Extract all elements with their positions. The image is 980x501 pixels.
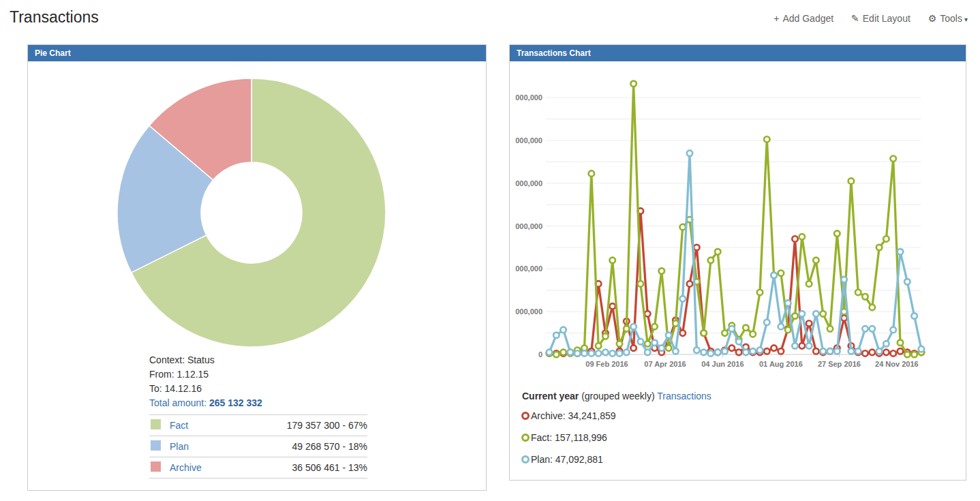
data-point-archive[interactable] [680, 330, 686, 335]
data-point-fact[interactable] [764, 136, 769, 142]
tools-menu-button[interactable]: ⚙Tools▾ [928, 13, 968, 24]
data-point-plan[interactable] [715, 350, 720, 355]
data-point-fact[interactable] [870, 305, 875, 310]
data-point-fact[interactable] [602, 333, 608, 339]
data-point-plan[interactable] [834, 348, 840, 354]
data-point-fact[interactable] [589, 170, 594, 176]
data-point-plan[interactable] [694, 348, 699, 353]
data-point-fact[interactable] [666, 345, 671, 350]
data-point-archive[interactable] [778, 348, 784, 354]
data-point-plan[interactable] [624, 350, 629, 355]
data-point-fact[interactable] [806, 281, 812, 286]
data-point-plan[interactable] [575, 350, 580, 356]
data-point-archive[interactable] [630, 345, 636, 350]
data-point-fact[interactable] [560, 350, 566, 355]
data-point-fact[interactable] [553, 352, 559, 357]
data-point-plan[interactable] [848, 348, 854, 354]
data-point-fact[interactable] [743, 325, 748, 331]
data-point-plan[interactable] [792, 343, 797, 348]
data-point-archive[interactable] [729, 345, 735, 350]
data-point-plan[interactable] [680, 296, 686, 301]
pie-legend-label-link[interactable]: Archive [170, 462, 202, 473]
data-point-fact[interactable] [883, 236, 889, 241]
data-point-plan[interactable] [666, 333, 671, 338]
data-point-fact[interactable] [792, 313, 797, 318]
data-point-fact[interactable] [821, 311, 826, 316]
data-point-fact[interactable] [617, 341, 622, 346]
data-point-fact[interactable] [750, 331, 756, 337]
data-point-archive[interactable] [771, 345, 776, 350]
data-point-fact[interactable] [834, 230, 840, 236]
data-point-fact[interactable] [785, 327, 791, 333]
data-point-fact[interactable] [855, 290, 861, 295]
transactions-line-chart[interactable]: 02,000,0004,000,0006,000,0008,000,00010,… [515, 69, 965, 379]
data-point-plan[interactable] [827, 348, 833, 354]
transactions-link[interactable]: Transactions [657, 391, 711, 401]
data-point-fact[interactable] [652, 324, 657, 329]
data-point-plan[interactable] [708, 350, 714, 356]
pie-legend-label-link[interactable]: Plan [170, 441, 189, 452]
data-point-archive[interactable] [736, 350, 741, 355]
data-point-fact[interactable] [904, 352, 910, 357]
data-point-plan[interactable] [617, 350, 622, 356]
data-point-archive[interactable] [870, 350, 875, 355]
data-point-plan[interactable] [687, 151, 692, 156]
data-point-plan[interactable] [764, 320, 769, 325]
data-point-fact[interactable] [722, 330, 727, 335]
data-point-fact[interactable] [673, 320, 678, 326]
data-point-plan[interactable] [645, 350, 650, 355]
data-point-plan[interactable] [757, 348, 763, 353]
chart-legend-item[interactable]: Archive: 34,241,859 [521, 405, 616, 427]
data-point-plan[interactable] [799, 311, 805, 316]
data-point-fact[interactable] [610, 258, 615, 263]
data-point-plan[interactable] [638, 339, 643, 344]
data-point-plan[interactable] [876, 348, 882, 354]
data-point-plan[interactable] [806, 343, 812, 348]
data-point-fact[interactable] [680, 224, 686, 230]
data-point-plan[interactable] [596, 350, 601, 356]
data-point-plan[interactable] [911, 313, 917, 318]
data-point-plan[interactable] [841, 277, 846, 282]
data-point-archive[interactable] [610, 303, 615, 309]
data-point-plan[interactable] [701, 350, 706, 355]
data-point-plan[interactable] [813, 311, 818, 316]
data-point-plan[interactable] [785, 300, 791, 305]
data-point-plan[interactable] [652, 340, 657, 346]
data-point-fact[interactable] [799, 234, 805, 239]
data-point-plan[interactable] [602, 350, 608, 355]
data-point-plan[interactable] [560, 327, 566, 333]
data-point-plan[interactable] [673, 348, 678, 354]
data-point-plan[interactable] [722, 348, 727, 354]
data-point-fact[interactable] [708, 258, 714, 263]
transactions-gadget-header[interactable]: Transactions Chart [510, 45, 966, 61]
data-point-fact[interactable] [638, 281, 643, 286]
data-point-plan[interactable] [862, 326, 868, 331]
data-point-plan[interactable] [630, 324, 636, 329]
data-point-fact[interactable] [645, 341, 650, 346]
data-point-fact[interactable] [891, 155, 896, 161]
data-point-fact[interactable] [630, 81, 636, 87]
data-point-plan[interactable] [771, 273, 776, 278]
data-point-plan[interactable] [581, 350, 587, 356]
data-point-plan[interactable] [750, 348, 756, 354]
data-point-fact[interactable] [813, 258, 818, 263]
data-point-archive[interactable] [645, 311, 650, 316]
data-point-plan[interactable] [568, 350, 573, 355]
data-point-plan[interactable] [736, 339, 741, 344]
data-point-archive[interactable] [841, 315, 846, 320]
edit-layout-button[interactable]: ✎Edit Layout [851, 13, 910, 24]
data-point-fact[interactable] [827, 326, 833, 331]
data-point-fact[interactable] [898, 340, 903, 346]
data-point-fact[interactable] [757, 290, 763, 295]
data-point-plan[interactable] [904, 279, 910, 284]
data-point-plan[interactable] [898, 249, 903, 254]
data-point-fact[interactable] [596, 343, 601, 348]
data-point-archive[interactable] [883, 350, 889, 355]
chart-legend-item[interactable]: Fact: 157,118,996 [521, 427, 616, 449]
add-gadget-button[interactable]: +Add Gadget [774, 13, 833, 24]
data-point-archive[interactable] [806, 320, 812, 326]
data-point-plan[interactable] [610, 350, 615, 356]
data-point-archive[interactable] [898, 348, 903, 354]
data-point-archive[interactable] [813, 348, 818, 354]
data-point-plan[interactable] [547, 350, 552, 355]
